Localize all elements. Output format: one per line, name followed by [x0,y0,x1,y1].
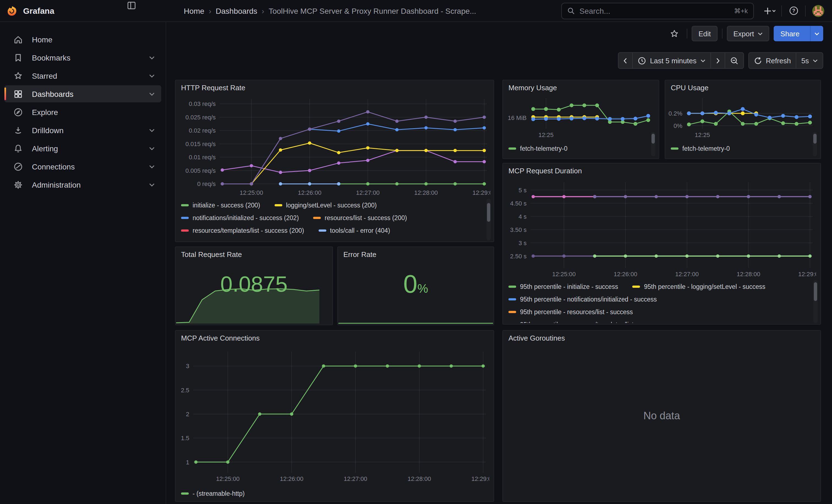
edit-button[interactable]: Edit [692,26,718,41]
panel-cpu-usage[interactable]: CPU Usage 0.2%0%12:25 fetch-telemetry-0 [665,80,821,159]
legend-item[interactable]: tools/list - success (200) [277,240,356,240]
chevron-down-icon[interactable] [149,146,155,151]
sidebar-item-administration[interactable]: Administration [4,176,161,193]
time-shift-forward-button[interactable] [710,53,724,68]
sidebar-item-alerting[interactable]: Alerting [4,140,161,157]
svg-text:0 req/s: 0 req/s [197,181,216,187]
legend-item[interactable]: 95th percentile - logging/setLevel - suc… [632,283,765,290]
sidebar-item-connections[interactable]: Connections [4,158,161,175]
share-label[interactable]: Share [774,26,806,41]
export-label: Export [733,29,754,38]
legend-scrollbar[interactable] [813,132,817,156]
panel-error-rate[interactable]: Error Rate 0% [337,246,494,325]
breadcrumb-dashboards[interactable]: Dashboards [216,6,257,15]
share-button[interactable]: Share [774,26,823,41]
svg-text:0.03 req/s: 0.03 req/s [189,100,216,107]
legend-item[interactable]: - (streamable-http) [181,490,244,497]
legend-scrollbar[interactable] [651,132,655,156]
chevron-down-icon[interactable] [149,55,155,60]
chevron-down-icon[interactable] [149,182,155,187]
share-menu-chevron-icon[interactable] [810,26,823,41]
user-avatar[interactable] [812,5,824,17]
sidebar-item-explore[interactable]: Explore [4,103,161,121]
legend-item[interactable]: fetch-telemetry-0 [671,145,730,152]
panel-title[interactable]: HTTP Request Rate [176,80,494,95]
sidebar-item-label: Drilldown [32,126,149,135]
total-request-rate-value: 0.0875 [176,272,332,297]
chevron-down-icon[interactable] [149,74,155,78]
connections-legend: - (streamable-http) [181,487,484,501]
svg-text:2: 2 [186,411,189,418]
panel-title[interactable]: Memory Usage [503,80,659,95]
svg-text:1.5: 1.5 [181,435,189,442]
chevron-down-icon [700,59,705,62]
svg-text:12:25:00: 12:25:00 [552,271,576,277]
chevron-down-icon[interactable] [149,164,155,169]
legend-item[interactable]: resources/list - success (200) [313,214,407,221]
refresh-button[interactable]: Refresh [749,53,796,68]
svg-text:12:27:00: 12:27:00 [344,475,367,482]
panel-title[interactable]: MCP Active Connections [176,331,494,345]
panel-total-request-rate[interactable]: Total Request Rate 0.0875 [175,246,333,325]
svg-text:12:25:00: 12:25:00 [216,475,240,482]
sidebar-item-starred[interactable]: Starred [4,67,161,84]
dashboard-content: Edit Export Share [166,22,832,504]
legend-item[interactable]: initialize - success (200) [181,202,260,208]
help-icon[interactable]: ? [785,2,802,19]
legend-item[interactable]: 95th percentile - resources/templates/li… [509,321,662,323]
sidebar-toggle-icon[interactable] [127,0,136,10]
actions-divider [722,29,722,38]
sidebar-item-dashboards[interactable]: Dashboards [4,85,161,102]
svg-text:0%: 0% [674,123,682,129]
svg-text:5 s: 5 s [519,187,527,194]
chevron-down-icon[interactable] [149,91,155,96]
panel-title[interactable]: CPU Usage [665,80,821,95]
panel-title[interactable]: MCP Request Duration [503,163,821,178]
svg-text:12:29:00: 12:29:00 [471,475,489,482]
svg-text:12:27:00: 12:27:00 [356,189,380,196]
svg-text:0.2%: 0.2% [669,110,682,117]
legend-item[interactable]: fetch-telemetry-0 [509,145,568,152]
legend-item[interactable]: tools/call - success (200) [181,240,262,240]
refresh-interval-picker[interactable]: 5s [796,53,823,68]
panel-http-request-rate[interactable]: HTTP Request Rate 0 req/s0.005 req/s0.01… [175,80,494,242]
sidebar-item-drilldown[interactable]: Drilldown [4,122,161,139]
legend-item[interactable]: 95th percentile - initialize - success [509,283,618,290]
export-button[interactable]: Export [727,26,769,41]
add-new-button[interactable] [761,2,778,19]
sidebar-item-label: Alerting [32,144,149,153]
breadcrumb-home[interactable]: Home [184,6,204,15]
panel-active-goroutines[interactable]: Active Goroutines No data [502,330,821,502]
panel-memory-usage[interactable]: Memory Usage 16 MiB12:25 fetch-telemetry… [502,80,659,159]
legend-item[interactable]: resources/templates/list - success (200) [181,227,304,234]
sidebar-item-home[interactable]: Home [4,31,161,48]
time-range-picker[interactable]: Last 5 minutes [632,53,710,68]
svg-text:3.50 s: 3.50 s [510,227,527,233]
sidebar-item-bookmarks[interactable]: Bookmarks [4,49,161,66]
breadcrumb-page-title: ToolHive MCP Server & Proxy Runner Dashb… [268,6,476,15]
svg-text:0.005 req/s: 0.005 req/s [185,167,216,174]
no-data-message: No data [503,331,821,501]
zoom-out-button[interactable] [724,53,743,68]
mcp-active-connections-chart: 11.522.5312:25:0012:26:0012:27:0012:28:0… [178,347,489,484]
time-shift-back-button[interactable] [619,53,632,68]
favorite-star-button[interactable] [666,26,683,41]
panel-mcp-request-duration[interactable]: MCP Request Duration 2.50 s3 s3.50 s4 s4… [502,163,821,325]
chevron-down-icon[interactable] [149,128,155,132]
sidebar-item-label: Bookmarks [32,53,149,62]
panel-mcp-active-connections[interactable]: MCP Active Connections 11.522.5312:25:00… [175,330,494,502]
svg-text:12:25: 12:25 [695,132,710,138]
legend-scrollbar[interactable] [487,198,491,240]
legend-item[interactable]: logging/setLevel - success (200) [274,202,376,208]
legend-item[interactable]: 95th percentile - notifications/initiali… [509,296,657,302]
legend-item[interactable]: 95th percentile - resources/list - succe… [509,309,633,315]
svg-text:12:29:00: 12:29:00 [472,189,490,196]
legend-scrollbar[interactable] [813,280,818,323]
search-input[interactable]: Search... ⌘+k [561,2,754,19]
legend-item[interactable]: notifications/initialized - success (202… [181,214,299,221]
legend-item[interactable]: tools/call - error (404) [318,227,390,234]
svg-text:12:26:00: 12:26:00 [280,475,304,482]
sidebar-item-label: Explore [32,108,161,116]
grafana-logo-icon[interactable] [7,5,18,16]
legend-item[interactable]: unknown - success (200) [370,240,452,240]
